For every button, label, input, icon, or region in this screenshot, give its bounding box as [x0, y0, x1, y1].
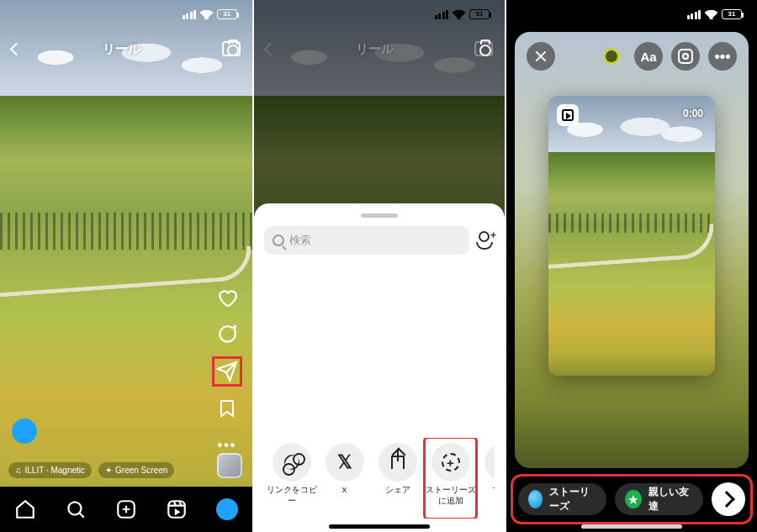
audio-disc-icon[interactable]	[217, 453, 242, 478]
signal-icon	[183, 10, 197, 19]
home-icon[interactable]	[14, 498, 36, 520]
home-indicator	[329, 524, 430, 529]
home-indicator	[581, 524, 682, 529]
share-system-button[interactable]: シェア	[372, 438, 423, 519]
more-tools-button[interactable]: •••	[708, 42, 737, 71]
screen-share-sheet: 31 リール 検索 + リンクをコピー 𝕏 X	[252, 0, 505, 532]
wifi-icon	[200, 10, 213, 19]
create-icon[interactable]	[115, 498, 137, 520]
battery-icon: 31	[469, 9, 490, 19]
share-icon[interactable]	[216, 361, 238, 382]
share-sheet-body	[264, 255, 495, 438]
x-icon: 𝕏	[337, 451, 352, 473]
color-ring-icon	[603, 48, 620, 65]
like-icon[interactable]	[216, 287, 238, 308]
screen-reel-view: 31 リール ••• ♫ ILLIT · Magnetic ✦ Green Sc…	[0, 0, 252, 532]
effect-chip[interactable]: ✦ Green Screen	[98, 462, 174, 478]
signal-icon	[435, 10, 449, 19]
search-icon	[273, 234, 284, 246]
share-threads-button[interactable]: @ Threa	[478, 438, 495, 519]
close-icon	[534, 50, 548, 63]
author-avatar[interactable]	[12, 419, 37, 444]
reel-top-bar-dimmed: リール	[254, 32, 505, 66]
add-to-stories-button[interactable]: ストーリーズに追加	[425, 438, 476, 519]
share-x-label: X	[341, 485, 347, 494]
save-icon[interactable]	[216, 398, 238, 419]
add-story-icon	[442, 453, 460, 471]
close-button[interactable]	[527, 42, 555, 71]
next-button[interactable]	[712, 482, 745, 516]
status-bar: 31	[506, 0, 757, 29]
music-label: ILLIT · Magnetic	[25, 466, 86, 475]
embedded-reel[interactable]: 0:00	[548, 96, 715, 376]
share-up-icon	[391, 456, 405, 469]
svg-point-0	[68, 502, 81, 514]
close-friends-star-icon: ★	[625, 490, 642, 508]
link-icon	[281, 451, 302, 472]
music-chip[interactable]: ♫ ILLIT · Magnetic	[8, 462, 92, 478]
search-input[interactable]: 検索	[264, 226, 469, 255]
page-title: リール	[356, 41, 394, 57]
back-icon[interactable]	[10, 42, 24, 55]
close-friends-label: 親しい友達	[648, 485, 693, 514]
effect-label: Green Screen	[115, 466, 167, 475]
reel-action-rail: •••	[210, 287, 244, 456]
story-canvas[interactable]: Aa ••• 0:00	[515, 32, 749, 468]
sticker-tool-button[interactable]	[671, 42, 700, 71]
share-threads-label: Threa	[493, 485, 495, 494]
battery-icon: 31	[722, 9, 742, 19]
reel-icon	[562, 109, 574, 121]
add-person-icon[interactable]: +	[476, 231, 495, 250]
add-to-stories-label: ストーリーズに追加	[425, 485, 476, 507]
text-icon: Aa	[640, 50, 656, 64]
text-tool-button[interactable]: Aa	[634, 42, 663, 71]
color-ring-button[interactable]	[597, 42, 626, 71]
camera-icon[interactable]	[222, 41, 241, 56]
music-note-icon: ♫	[15, 466, 22, 475]
reel-info-chips: ♫ ILLIT · Magnetic ✦ Green Screen	[8, 462, 174, 478]
search-placeholder: 検索	[289, 233, 311, 248]
signal-icon	[687, 10, 701, 19]
sticker-icon	[678, 49, 693, 64]
share-x-button[interactable]: 𝕏 X	[319, 438, 370, 519]
stories-dot-icon	[528, 490, 543, 508]
copy-link-label: リンクをコピー	[266, 485, 317, 507]
copy-link-button[interactable]: リンクをコピー	[266, 438, 317, 519]
comment-icon[interactable]	[216, 324, 238, 345]
stories-pill-label: ストーリーズ	[549, 485, 596, 514]
profile-icon[interactable]	[216, 498, 238, 520]
story-destination-bar: ストーリーズ ★ 親しい友達	[515, 478, 749, 520]
share-actions-row: リンクをコピー 𝕏 X シェア ストーリーズに追加 @ Threa	[264, 438, 495, 519]
reel-top-bar: リール	[0, 32, 252, 66]
sparkle-icon: ✦	[105, 466, 112, 475]
sheet-grabber[interactable]	[361, 213, 398, 218]
search-icon[interactable]	[65, 498, 87, 520]
svg-rect-2	[168, 501, 185, 518]
battery-icon: 31	[217, 9, 237, 19]
share-sheet: 検索 + リンクをコピー 𝕏 X シェア ストーリーズに追加	[254, 203, 505, 532]
share-label: シェア	[385, 485, 410, 496]
status-bar: 31	[254, 0, 505, 29]
reel-badge	[557, 104, 579, 126]
close-friends-pill[interactable]: ★ 親しい友達	[615, 483, 703, 515]
editor-toolbar: Aa •••	[527, 42, 737, 71]
duration-label: 0:00	[683, 108, 703, 119]
bottom-nav	[0, 487, 252, 532]
wifi-icon	[705, 10, 717, 19]
wifi-icon	[453, 10, 465, 19]
screen-story-editor: 31 Aa •••	[505, 0, 757, 532]
stories-pill[interactable]: ストーリーズ	[518, 483, 606, 515]
status-bar: 31	[0, 0, 252, 29]
back-icon	[264, 42, 278, 55]
camera-icon	[474, 41, 493, 56]
page-title: リール	[103, 41, 140, 57]
arrow-right-icon	[718, 491, 735, 508]
reels-icon[interactable]	[166, 498, 188, 520]
